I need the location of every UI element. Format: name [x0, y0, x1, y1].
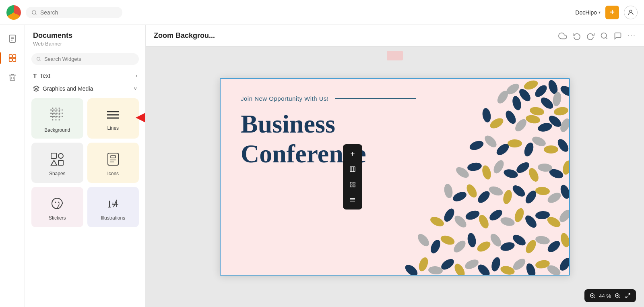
svg-rect-8 [12, 55, 15, 58]
fit-screen-button[interactable] [624, 292, 632, 300]
graphics-section-header[interactable]: Graphics and Media ∨ [25, 82, 145, 95]
graphics-section-chevron: ∨ [134, 86, 137, 91]
svg-rect-50 [350, 185, 352, 187]
icon-sidebar [0, 25, 25, 307]
svg-point-2 [630, 10, 632, 12]
dochipo-menu[interactable]: DocHipo ▾ [575, 9, 601, 16]
sidebar-item-trash[interactable] [4, 68, 21, 86]
svg-marker-27 [51, 160, 57, 165]
shapes-widget-label: Shapes [49, 171, 66, 176]
subtitle-line [335, 98, 416, 99]
svg-line-147 [619, 297, 620, 298]
canvas-viewport[interactable]: Join New Opportunity With Us! Business C… [146, 47, 644, 307]
svg-rect-29 [108, 153, 118, 165]
text-section-header[interactable]: T Text › [25, 69, 145, 82]
grid-button[interactable] [345, 177, 360, 192]
svg-rect-30 [111, 156, 116, 158]
logo[interactable] [6, 5, 21, 20]
canvas-main-title: Business Conference [241, 109, 549, 168]
zoom-level: 44 % [599, 293, 611, 299]
widget-search-input[interactable] [44, 56, 134, 62]
graphics-section-icon [33, 85, 39, 92]
canvas-content: Join New Opportunity With Us! Business C… [221, 79, 569, 275]
topbar-right: DocHipo ▾ + [575, 6, 638, 19]
svg-rect-10 [12, 58, 15, 61]
stickers-widget-label: Stickers [49, 215, 66, 221]
lines-widget-label: Lines [107, 125, 119, 131]
resize-button[interactable] [345, 162, 360, 176]
chevron-down-icon: ▾ [599, 10, 601, 15]
zoom-bar: 44 % [584, 289, 636, 302]
design-canvas[interactable]: Join New Opportunity With Us! Business C… [220, 78, 570, 276]
canvas-title: Zoom Backgrou... [154, 31, 553, 40]
sidebar-item-document[interactable] [4, 30, 21, 48]
cloud-save-icon[interactable] [558, 31, 567, 40]
zoom-out-button[interactable] [588, 292, 597, 300]
icons-widget-icon [106, 152, 120, 168]
svg-line-42 [606, 37, 607, 39]
widget-illustrations[interactable]: Illustrations [87, 187, 139, 227]
undo-icon[interactable] [573, 32, 581, 40]
text-section-label: Text [40, 73, 50, 79]
svg-rect-9 [9, 58, 12, 61]
svg-line-37 [114, 200, 117, 207]
canvas-area: Zoom Backgrou... ··· [146, 25, 644, 307]
user-icon [627, 9, 634, 16]
svg-rect-7 [9, 55, 12, 58]
widget-icons[interactable]: Icons [87, 143, 139, 183]
sidebar-item-widgets[interactable] [4, 49, 21, 67]
widget-panel: Documents Web Banner T Text › Graphics a… [25, 25, 146, 307]
svg-point-34 [58, 202, 60, 203]
widgets-icon [8, 54, 17, 62]
zoom-in-button[interactable] [613, 292, 621, 300]
background-widget-icon [50, 108, 64, 124]
illustrations-widget-label: Illustrations [101, 215, 125, 221]
panel-subtitle: Web Banner [33, 41, 137, 47]
svg-rect-28 [58, 160, 63, 165]
layers-button[interactable] [345, 193, 360, 207]
new-document-button[interactable]: + [605, 6, 619, 19]
background-widget-label: Background [44, 127, 70, 133]
svg-point-33 [55, 202, 56, 203]
svg-rect-48 [350, 182, 352, 184]
canvas-subtitle: Join New Opportunity With Us! [241, 95, 549, 102]
widget-panel-header: Documents Web Banner [25, 25, 145, 49]
user-menu-button[interactable] [624, 6, 638, 19]
add-element-button[interactable] [345, 147, 360, 161]
svg-rect-25 [51, 153, 56, 158]
svg-rect-51 [353, 185, 355, 187]
stickers-widget-icon [50, 197, 64, 212]
search-icon [31, 10, 37, 15]
redo-icon[interactable] [586, 32, 594, 40]
floating-toolbar [343, 144, 362, 210]
canvas-toolbar: Zoom Backgrou... ··· [146, 25, 644, 47]
document-icon [8, 34, 17, 43]
widget-search-icon [36, 56, 41, 62]
icons-widget-label: Icons [107, 171, 119, 176]
search-input[interactable] [40, 9, 105, 16]
illustrations-widget-icon [106, 197, 120, 212]
comment-icon[interactable] [614, 32, 622, 40]
widget-lines[interactable]: Lines [87, 98, 139, 139]
widget-shapes[interactable]: Shapes [31, 143, 83, 183]
widget-background[interactable]: Background [31, 98, 83, 139]
svg-point-26 [58, 154, 63, 158]
svg-point-0 [32, 10, 36, 14]
lines-widget-icon [106, 109, 120, 122]
shapes-widget-icon [50, 152, 64, 168]
svg-point-41 [601, 33, 606, 38]
widget-stickers[interactable]: Stickers [31, 187, 83, 227]
search-box[interactable] [26, 7, 122, 18]
svg-line-12 [39, 60, 40, 61]
text-section-arrow: › [136, 73, 137, 79]
widget-grid: Background Lines [25, 95, 145, 234]
more-options-icon[interactable]: ··· [627, 31, 636, 40]
panel-title: Documents [33, 31, 137, 40]
svg-rect-49 [353, 182, 355, 184]
svg-rect-45 [350, 167, 355, 172]
svg-point-11 [37, 57, 40, 60]
svg-line-1 [35, 13, 37, 15]
search-canvas-icon[interactable] [600, 32, 608, 40]
widget-search-box[interactable] [31, 53, 139, 65]
topbar: DocHipo ▾ + [0, 0, 644, 25]
